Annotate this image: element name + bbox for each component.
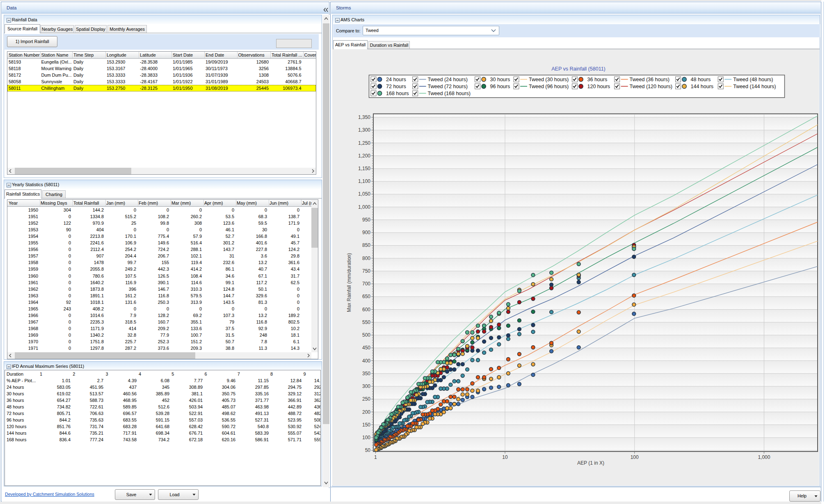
svg-text:1,300: 1,300 (358, 127, 370, 133)
svg-text:1,100: 1,100 (358, 178, 370, 184)
svg-text:36 hours: 36 hours (587, 77, 608, 82)
svg-text:168 hours: 168 hours (386, 91, 409, 96)
svg-text:Tweed (120 hours): Tweed (120 hours) (630, 84, 672, 89)
svg-text:1,350: 1,350 (358, 114, 370, 120)
svg-text:1,000: 1,000 (358, 204, 370, 210)
svg-text:700: 700 (362, 281, 370, 287)
svg-text:50: 50 (365, 447, 371, 453)
svg-text:96 hours: 96 hours (490, 84, 510, 89)
svg-text:850: 850 (362, 242, 370, 248)
svg-text:Tweed (96 hours): Tweed (96 hours) (529, 84, 569, 89)
svg-text:650: 650 (362, 294, 370, 299)
svg-text:10: 10 (502, 454, 508, 460)
svg-text:Tweed (72 hours): Tweed (72 hours) (428, 84, 468, 89)
svg-text:350: 350 (362, 371, 370, 376)
svg-text:1,200: 1,200 (358, 153, 370, 159)
svg-text:Tweed (24 hours): Tweed (24 hours) (428, 77, 468, 82)
svg-text:450: 450 (362, 345, 370, 351)
svg-text:100: 100 (631, 454, 639, 460)
svg-text:600: 600 (362, 307, 370, 312)
svg-text:1,250: 1,250 (358, 140, 370, 146)
svg-text:200: 200 (362, 409, 370, 415)
svg-text:800: 800 (362, 255, 370, 261)
svg-text:Tweed (168 hours): Tweed (168 hours) (428, 91, 471, 96)
svg-text:1: 1 (374, 454, 377, 460)
svg-text:144 hours: 144 hours (691, 84, 714, 89)
svg-text:24 hours: 24 hours (386, 77, 406, 82)
svg-text:Tweed (144 hours): Tweed (144 hours) (733, 84, 776, 89)
svg-text:750: 750 (362, 268, 370, 274)
svg-text:48 hours: 48 hours (691, 77, 711, 82)
svg-text:72 hours: 72 hours (386, 84, 406, 89)
svg-text:AEP vs Rainfall (58011): AEP vs Rainfall (58011) (551, 66, 606, 72)
svg-text:400: 400 (362, 358, 370, 364)
svg-text:900: 900 (362, 230, 370, 235)
svg-text:Max Rainfall (mm/duration): Max Rainfall (mm/duration) (346, 253, 352, 312)
svg-text:Tweed (30 hours): Tweed (30 hours) (529, 77, 569, 82)
svg-text:250: 250 (362, 396, 370, 402)
svg-text:Tweed (48 hours): Tweed (48 hours) (733, 77, 773, 82)
svg-text:AEP (1 in X): AEP (1 in X) (577, 460, 604, 466)
svg-text:Tweed (36 hours): Tweed (36 hours) (630, 77, 670, 82)
svg-text:500: 500 (362, 332, 370, 338)
svg-text:950: 950 (362, 217, 370, 223)
svg-text:1,000: 1,000 (758, 454, 770, 460)
svg-text:300: 300 (362, 383, 370, 389)
svg-text:30 hours: 30 hours (490, 77, 510, 82)
svg-text:550: 550 (362, 319, 370, 325)
svg-text:100: 100 (362, 435, 370, 440)
svg-text:120 hours: 120 hours (587, 84, 610, 89)
svg-text:1,150: 1,150 (358, 166, 370, 171)
svg-text:150: 150 (362, 422, 370, 428)
svg-text:1,050: 1,050 (358, 191, 370, 197)
